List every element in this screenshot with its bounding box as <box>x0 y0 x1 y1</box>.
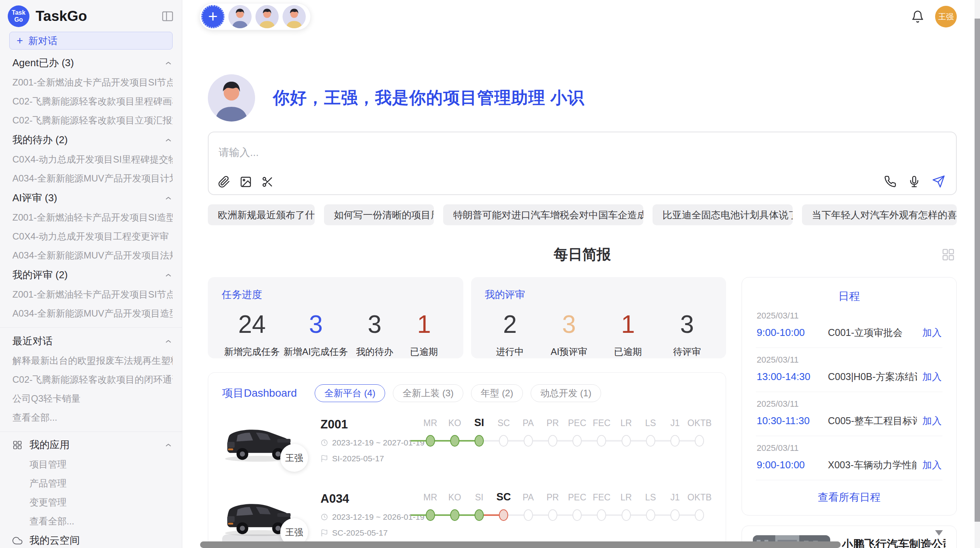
milestone-node[interactable] <box>670 435 680 447</box>
recent-conversation-item[interactable]: 公司Q3轻卡销量 <box>12 392 173 405</box>
chat-input[interactable]: 请输入... <box>208 132 957 195</box>
logo-line1: Task <box>12 9 25 16</box>
chevron-up-icon[interactable] <box>164 59 173 67</box>
sidebar-task-item[interactable]: Z001-全新燃油皮卡产品开发项目SI节点Lesson Learn报告 <box>12 76 173 89</box>
session-avatar[interactable] <box>228 5 252 28</box>
sidebar-item-my-apps[interactable]: 我的应用 <box>12 438 173 452</box>
recent-conversation-item[interactable]: 查看全部... <box>12 411 173 424</box>
milestone-node[interactable] <box>646 435 655 447</box>
dashboard-tab[interactable]: 全新上装 (3) <box>393 384 463 402</box>
milestone-node[interactable] <box>450 509 459 521</box>
new-chat-button[interactable]: + 新对话 <box>9 32 173 50</box>
dashboard-tab[interactable]: 年型 (2) <box>471 384 523 402</box>
milestone-node[interactable] <box>622 435 631 447</box>
sidebar-item-cloud-space[interactable]: 我的云空间 <box>12 534 173 547</box>
suggestion-chip[interactable]: 如何写一份清晰的项目周报 <box>324 204 434 225</box>
milestone-node[interactable] <box>426 435 435 447</box>
sidebar-task-item[interactable]: C0X4-动力总成开发项目SI里程碑提交物检查 <box>12 153 173 166</box>
schedule-event: 2025/03/119:00-10:00X003-车辆动力学性能验...加入 <box>756 436 942 480</box>
milestone-node[interactable] <box>597 509 606 521</box>
milestone-node[interactable] <box>499 509 508 521</box>
milestone-node[interactable] <box>622 509 631 521</box>
chevron-up-icon[interactable] <box>164 337 173 346</box>
add-session-button[interactable]: + <box>201 5 224 28</box>
recent-conversation-item[interactable]: C02-飞腾新能源轻客改款项目的闭环通话反馈情况 <box>12 373 173 386</box>
milestone-node[interactable] <box>572 509 582 521</box>
app-sub-item[interactable]: 产品管理 <box>29 477 173 490</box>
app-sub-item[interactable]: 变更管理 <box>29 496 173 509</box>
milestone-node[interactable] <box>597 435 606 447</box>
milestone-node[interactable] <box>475 435 484 447</box>
milestone-node[interactable] <box>670 509 680 521</box>
cloud-icon <box>12 536 22 546</box>
session-avatar[interactable] <box>283 5 306 28</box>
milestone-node[interactable] <box>646 509 655 521</box>
milestone-node[interactable] <box>695 509 704 521</box>
milestone-label: LR <box>614 492 638 503</box>
send-icon[interactable] <box>932 175 945 188</box>
apps-grid-icon <box>12 440 22 450</box>
sidebar-task-item[interactable]: C0X4-动力总成开发项目工程变更评审 <box>12 230 173 243</box>
dashboard-tab[interactable]: 动总开发 (1) <box>531 384 601 402</box>
session-avatar[interactable] <box>255 5 279 28</box>
milestone-node[interactable] <box>499 435 508 447</box>
image-icon[interactable] <box>240 176 252 188</box>
event-join-link[interactable]: 加入 <box>922 370 942 383</box>
suggestion-chip[interactable]: 当下年轻人对汽车外观有怎样的喜好趋势 <box>802 204 957 225</box>
milestone-label: SI <box>467 492 492 503</box>
sidebar-task-item[interactable]: A034-全新新能源MUV产品开发项目法规符合性评审 <box>12 249 173 262</box>
widget-grid-icon[interactable] <box>941 248 955 262</box>
user-avatar[interactable]: 王强 <box>935 6 957 27</box>
notifications-bell-icon[interactable] <box>911 10 924 23</box>
scissors-icon[interactable] <box>261 176 274 188</box>
phone-call-icon[interactable] <box>884 175 896 188</box>
app-sub-item[interactable]: 项目管理 <box>29 458 173 471</box>
stat-label: 已逾期 <box>605 346 651 358</box>
vertical-scrollbar-track[interactable] <box>975 0 980 548</box>
project-row: 王强A0342023-12-19 ~ 2026-01-19SC-2025-05-… <box>222 490 712 541</box>
sidebar-task-item[interactable]: C02-飞腾新能源轻客改款项目里程碑画布 <box>12 95 173 108</box>
milestone-node[interactable] <box>695 435 704 447</box>
suggestion-chip[interactable]: 特朗普可能对进口汽车增税会对中国车企造成哪些影响 <box>443 204 643 225</box>
recent-conversation-item[interactable]: 解释最新出台的欧盟报废车法规再生塑料比例被调至15%... <box>12 354 173 367</box>
scroll-down-arrow[interactable] <box>935 530 943 536</box>
milestone-node[interactable] <box>524 435 533 447</box>
milestone-node[interactable] <box>572 435 582 447</box>
attachment-icon[interactable] <box>218 176 230 188</box>
sidebar-task-item[interactable]: Z001-全新燃油轻卡产品开发项目SI造型提交物评审 <box>12 211 173 224</box>
milestone-node[interactable] <box>524 509 533 521</box>
chevron-up-icon[interactable] <box>164 194 173 202</box>
scroll-right-arrow[interactable] <box>927 540 933 547</box>
milestone-label: PA <box>516 492 540 503</box>
sidebar-task-item[interactable]: C02-飞腾新能源轻客改款项目立项汇报方案 <box>12 114 173 127</box>
vertical-scrollbar-thumb[interactable] <box>975 19 980 522</box>
sidebar-task-item[interactable]: Z001-全新燃油轻卡产品开发项目SI节点属性5D文件评审 <box>12 288 173 301</box>
chevron-up-icon[interactable] <box>164 271 173 279</box>
milestone-node[interactable] <box>548 435 557 447</box>
sidebar-task-item[interactable]: A034-全新新能源MUV产品开发项目造型可行性评审 <box>12 307 173 320</box>
view-all-schedule-link[interactable]: 查看所有日程 <box>756 490 942 504</box>
chevron-up-icon[interactable] <box>164 441 173 449</box>
horizontal-scrollbar-thumb[interactable] <box>200 541 841 548</box>
milestone-node[interactable] <box>475 509 484 521</box>
daily-brief-header: 每日简报 <box>208 245 957 265</box>
suggestion-chip[interactable]: 欧洲新规最近颁布了什么? <box>208 204 315 225</box>
suggestion-chip[interactable]: 比亚迪全固态电池计划具体说了什么 <box>653 204 793 225</box>
milestone-node[interactable] <box>548 509 557 521</box>
app-sub-item[interactable]: 查看全部... <box>29 515 173 527</box>
sidebar-task-item[interactable]: A034-全新新能源MUV产品开发项目计划变更表编写 <box>12 172 173 185</box>
event-join-link[interactable]: 加入 <box>922 326 942 339</box>
microphone-icon[interactable] <box>908 175 920 188</box>
stat-value: 1 <box>401 310 447 339</box>
schedule-card: 日程 2025/03/119:00-10:00C001-立项审批会加入2025/… <box>742 277 957 515</box>
dashboard-tab[interactable]: 全新平台 (4) <box>315 384 385 402</box>
chevron-up-icon[interactable] <box>164 136 173 144</box>
sidebar-collapse-icon[interactable] <box>161 10 174 23</box>
stat-label: 新增AI完成任务 <box>284 346 348 358</box>
stat-item: 1已逾期 <box>401 310 447 358</box>
event-join-link[interactable]: 加入 <box>922 414 942 427</box>
milestone-node[interactable] <box>450 435 459 447</box>
milestone-node[interactable] <box>426 509 435 521</box>
greeting-text: 你好，王强，我是你的项目管理助理 小识 <box>273 87 584 109</box>
event-join-link[interactable]: 加入 <box>922 459 942 471</box>
